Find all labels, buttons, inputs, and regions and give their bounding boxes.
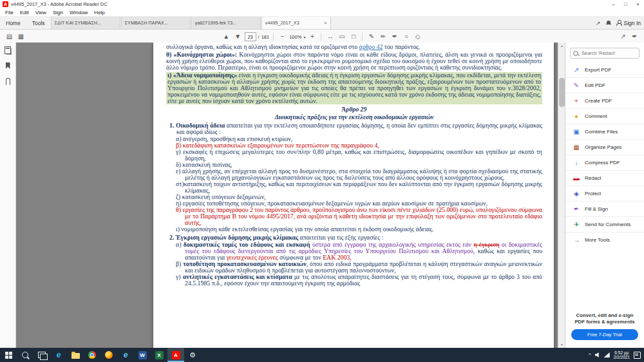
tab-tools[interactable]: Tools bbox=[26, 17, 51, 29]
word-taskbar-item[interactable]: W bbox=[134, 348, 151, 362]
esign-icon[interactable]: ✒ bbox=[630, 30, 639, 43]
start-button[interactable] bbox=[0, 348, 17, 362]
free-trial-button[interactable]: Free 7-Day Trial bbox=[571, 329, 638, 340]
organize-pages-icon: ▦ bbox=[573, 144, 580, 151]
tool-fill-sign[interactable]: ✒Fill & Sign bbox=[565, 201, 644, 216]
tool-organize-pages[interactable]: ▦Organize Pages bbox=[565, 139, 644, 155]
toolbar-view-group: ↔▭□ bbox=[325, 30, 358, 43]
excel-taskbar-item[interactable]: X bbox=[151, 348, 167, 362]
maximize-button[interactable]: □ bbox=[620, 0, 632, 8]
window-controls: – □ × bbox=[607, 0, 644, 8]
tools-search[interactable] bbox=[570, 48, 639, 59]
item-label: ε) bbox=[176, 167, 182, 175]
bookmarks-button[interactable] bbox=[0, 58, 15, 73]
toolbar-right-group: ↗✒ bbox=[618, 30, 639, 43]
tool-more-tools[interactable]: →More Tools bbox=[565, 232, 644, 247]
next-page-icon[interactable]: ▼ bbox=[233, 30, 243, 43]
minimize-button[interactable]: – bbox=[607, 0, 620, 8]
zoom-level[interactable]: 100% bbox=[289, 34, 301, 40]
chevron-down-icon[interactable]: ▾ bbox=[303, 35, 305, 39]
tool-edit-pdf[interactable]: ✎Edit PDF bbox=[565, 77, 644, 93]
firefox-taskbar-item[interactable] bbox=[100, 348, 117, 362]
highlight-text-icon[interactable]: ✏ bbox=[378, 30, 388, 43]
paragraph: ι) «Άδεια νομιμοποίησης» είναι η έγκριση… bbox=[166, 72, 542, 104]
add-comment-icon[interactable]: ✎ bbox=[366, 30, 376, 43]
menu-view[interactable]: View bbox=[32, 10, 50, 15]
sign-in-button[interactable]: Sign In bbox=[616, 20, 641, 26]
document-viewport[interactable]: συλλογικά όργανα, καθώς και η αλλαγή ιδι… bbox=[16, 43, 565, 348]
doc-tab-2[interactable]: ΣΥΜΒΑΣΗ ΠΑΡΑΧ... bbox=[121, 17, 191, 29]
doc-tab-3[interactable]: ya8271995-fek 73... bbox=[191, 17, 261, 29]
acrobat-taskbar-item[interactable]: A bbox=[167, 348, 184, 362]
volume-icon[interactable] bbox=[595, 352, 600, 357]
item-label: στ) bbox=[176, 180, 184, 187]
left-navigation-rail bbox=[0, 43, 16, 348]
action-center-icon[interactable] bbox=[634, 352, 641, 359]
file-explorer-taskbar-item[interactable] bbox=[67, 348, 84, 362]
doc-tab-4[interactable]: v4495_2017_X3× bbox=[261, 17, 331, 29]
tray-date: 2/2/2021 bbox=[614, 355, 630, 360]
tool-comment[interactable]: ●Comment bbox=[565, 108, 644, 124]
shapes-tool-icon[interactable]: ○ bbox=[401, 30, 411, 43]
previous-page-icon[interactable]: ▲ bbox=[222, 30, 231, 43]
menu-edit[interactable]: Edit bbox=[17, 10, 32, 15]
tool-label: Compress PDF bbox=[585, 160, 620, 166]
tool-label: Export PDF bbox=[585, 67, 611, 73]
tool-export-pdf[interactable]: ↗Export PDF bbox=[565, 62, 644, 77]
settings-taskbar-item[interactable]: ⚙ bbox=[184, 348, 201, 362]
bookmarks-icon bbox=[6, 62, 10, 69]
scrollbar-thumb[interactable] bbox=[559, 78, 565, 107]
network-icon[interactable] bbox=[604, 352, 610, 357]
compress-pdf-icon: ↓ bbox=[573, 159, 580, 166]
item-label: θ) bbox=[176, 206, 182, 213]
page-number-input[interactable] bbox=[245, 32, 256, 41]
promo-text: Convert, edit and e-sign PDF forms & agr… bbox=[571, 312, 638, 325]
text-run: εργασίες της παραγράφου 2 του παρόντος ά… bbox=[182, 206, 542, 226]
single-page-view-icon[interactable]: □ bbox=[348, 30, 358, 43]
tool-combine-files[interactable]: ▣Combine Files bbox=[565, 124, 644, 139]
chrome-taskbar-item[interactable] bbox=[84, 348, 100, 362]
tab-home[interactable]: Home bbox=[0, 17, 26, 29]
page-thumbnails-button[interactable] bbox=[0, 43, 15, 58]
window-title: v4495_2017_X3 - Adobe Acrobat Reader DC bbox=[11, 1, 108, 7]
zoom-in-icon[interactable]: + bbox=[307, 30, 317, 43]
fill-sign-tool-icon[interactable]: ✒ bbox=[390, 30, 399, 43]
paragraph: α) δοκιμαστικές τομές του εδάφους και εκ… bbox=[176, 242, 542, 261]
tool-redact[interactable]: ▬Redact bbox=[565, 170, 644, 186]
tool-label: Create PDF bbox=[585, 98, 612, 104]
tool-create-pdf[interactable]: +Create PDF bbox=[565, 93, 644, 108]
paragraph: συλλογικά όργανα, καθώς και η αλλαγή ιδι… bbox=[166, 44, 542, 50]
menu-sign[interactable]: Sign bbox=[50, 10, 66, 15]
edge-taskbar-item[interactable]: e bbox=[50, 348, 67, 362]
taskbar-clock[interactable]: 6:52 μμ 2/2/2021 bbox=[614, 350, 630, 360]
fit-page-icon[interactable]: ▭ bbox=[337, 30, 346, 43]
tool-label: Redact bbox=[585, 175, 601, 181]
edge-icon: e bbox=[57, 351, 61, 359]
bell-icon[interactable] bbox=[606, 21, 611, 26]
share-file-icon[interactable]: ↗ bbox=[618, 30, 628, 43]
doc-tab-1[interactable]: ΣΔΙΤ ΚΑΙ ΣΥΜΒΑΣΗ... bbox=[51, 17, 120, 29]
item-label: α) bbox=[176, 241, 184, 248]
stamp-tool-icon[interactable]: ◇ bbox=[413, 30, 422, 43]
tool-protect[interactable]: ◈Protect bbox=[565, 186, 644, 201]
print-icon[interactable]: ▦ bbox=[16, 30, 26, 43]
close-tab-icon[interactable]: × bbox=[324, 20, 327, 26]
task-view-button[interactable] bbox=[33, 348, 50, 362]
tool-compress-pdf[interactable]: ↓Compress PDF bbox=[565, 155, 644, 170]
zoom-out-icon[interactable]: − bbox=[278, 30, 287, 43]
menu-window[interactable]: Window bbox=[66, 10, 91, 15]
tray-expand-icon[interactable]: ^ bbox=[589, 352, 591, 357]
share-icon[interactable]: ↗ bbox=[596, 20, 601, 26]
fit-width-icon[interactable]: ↔ bbox=[325, 30, 335, 43]
tools-search-input[interactable] bbox=[580, 50, 638, 57]
close-button[interactable]: × bbox=[632, 0, 644, 8]
save-icon[interactable]: ▤ bbox=[5, 30, 14, 43]
search-button[interactable] bbox=[17, 348, 33, 362]
menu-file[interactable]: File bbox=[2, 10, 17, 15]
tool-label: Protect bbox=[585, 191, 601, 196]
tool-send-for-comments[interactable]: ✈Send for Comments bbox=[565, 216, 644, 232]
attachments-button[interactable] bbox=[0, 73, 15, 89]
menu-help[interactable]: Help bbox=[91, 10, 108, 15]
tray-time: 6:52 μμ bbox=[614, 350, 630, 356]
ie-taskbar-item[interactable]: e bbox=[117, 348, 134, 362]
